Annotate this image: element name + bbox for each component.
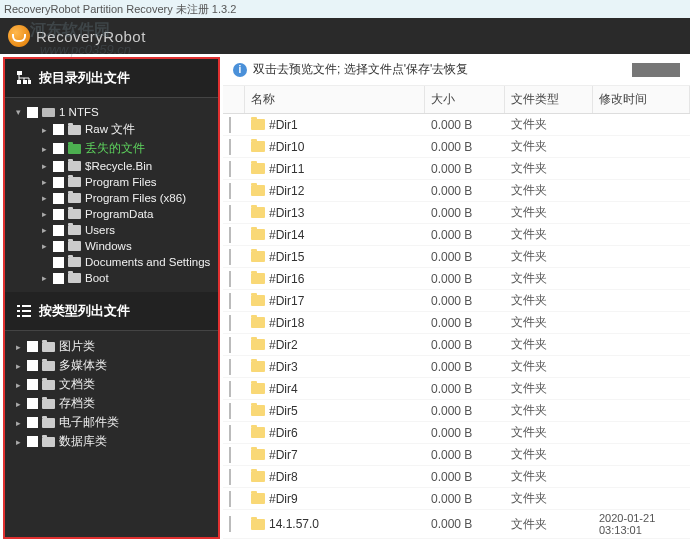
- expand-icon[interactable]: ▾: [13, 107, 23, 117]
- table-row[interactable]: #Dir180.000 B文件夹: [223, 312, 690, 334]
- expand-icon[interactable]: ▸: [39, 144, 49, 154]
- table-row[interactable]: #Dir150.000 B文件夹: [223, 246, 690, 268]
- table-row[interactable]: #Dir90.000 B文件夹: [223, 488, 690, 510]
- tree-item[interactable]: ▸Boot: [5, 270, 218, 286]
- tree-item[interactable]: ▸Program Files: [5, 174, 218, 190]
- table-row[interactable]: 14.1.57.00.000 B文件夹2020-01-21 03:13:01: [223, 510, 690, 539]
- expand-icon[interactable]: ▸: [13, 342, 23, 352]
- table-row[interactable]: #Dir170.000 B文件夹: [223, 290, 690, 312]
- checkbox[interactable]: [53, 257, 64, 268]
- tree-item[interactable]: ▾1 NTFS: [5, 104, 218, 120]
- cell-mtime: [593, 475, 690, 479]
- tree-item[interactable]: ▸Windows: [5, 238, 218, 254]
- type-item[interactable]: ▸存档类: [5, 394, 218, 413]
- header-name[interactable]: 名称: [245, 86, 425, 113]
- tree-item[interactable]: ▸ProgramData: [5, 206, 218, 222]
- table-row[interactable]: #Dir40.000 B文件夹: [223, 378, 690, 400]
- checkbox[interactable]: [27, 398, 38, 409]
- checkbox[interactable]: [53, 124, 64, 135]
- expand-icon[interactable]: ▸: [13, 380, 23, 390]
- expand-icon[interactable]: ▸: [39, 241, 49, 251]
- cell-size: 0.000 B: [425, 138, 505, 156]
- tree-item[interactable]: ▸丢失的文件: [5, 139, 218, 158]
- expand-icon[interactable]: ▸: [39, 125, 49, 135]
- checkbox[interactable]: [53, 241, 64, 252]
- row-checkbox[interactable]: [223, 515, 245, 533]
- row-checkbox[interactable]: [223, 248, 245, 266]
- type-item[interactable]: ▸电子邮件类: [5, 413, 218, 432]
- row-checkbox[interactable]: [223, 314, 245, 332]
- section-by-directory[interactable]: 按目录列出文件: [5, 59, 218, 98]
- row-checkbox[interactable]: [223, 116, 245, 134]
- table-row[interactable]: #Dir130.000 B文件夹: [223, 202, 690, 224]
- row-checkbox[interactable]: [223, 204, 245, 222]
- expand-icon[interactable]: ▸: [39, 161, 49, 171]
- tree-item[interactable]: Documents and Settings: [5, 254, 218, 270]
- type-item[interactable]: ▸文档类: [5, 375, 218, 394]
- row-checkbox[interactable]: [223, 380, 245, 398]
- info-close-button[interactable]: [632, 63, 680, 77]
- table-row[interactable]: #Dir160.000 B文件夹: [223, 268, 690, 290]
- header-size[interactable]: 大小: [425, 86, 505, 113]
- row-checkbox[interactable]: [223, 270, 245, 288]
- checkbox[interactable]: [27, 436, 38, 447]
- section-by-type[interactable]: 按类型列出文件: [5, 292, 218, 331]
- expand-icon[interactable]: ▸: [39, 193, 49, 203]
- expand-icon[interactable]: ▸: [13, 399, 23, 409]
- table-row[interactable]: #Dir20.000 B文件夹: [223, 334, 690, 356]
- checkbox[interactable]: [27, 417, 38, 428]
- header-mtime[interactable]: 修改时间: [593, 86, 690, 113]
- table-row[interactable]: #Dir30.000 B文件夹: [223, 356, 690, 378]
- row-checkbox[interactable]: [223, 160, 245, 178]
- row-checkbox[interactable]: [223, 490, 245, 508]
- table-row[interactable]: #Dir80.000 B文件夹: [223, 466, 690, 488]
- expand-icon[interactable]: ▸: [13, 418, 23, 428]
- tree-item[interactable]: ▸Users: [5, 222, 218, 238]
- expand-icon[interactable]: ▸: [39, 209, 49, 219]
- row-checkbox[interactable]: [223, 468, 245, 486]
- row-checkbox[interactable]: [223, 402, 245, 420]
- checkbox[interactable]: [53, 161, 64, 172]
- expand-icon[interactable]: ▸: [13, 437, 23, 447]
- type-item[interactable]: ▸多媒体类: [5, 356, 218, 375]
- row-checkbox[interactable]: [223, 446, 245, 464]
- checkbox[interactable]: [27, 107, 38, 118]
- row-checkbox[interactable]: [223, 182, 245, 200]
- tree-item[interactable]: ▸$Recycle.Bin: [5, 158, 218, 174]
- checkbox[interactable]: [53, 225, 64, 236]
- table-row[interactable]: #Dir50.000 B文件夹: [223, 400, 690, 422]
- expand-icon[interactable]: ▸: [39, 273, 49, 283]
- checkbox[interactable]: [53, 273, 64, 284]
- table-row[interactable]: #Dir10.000 B文件夹: [223, 114, 690, 136]
- tree-item[interactable]: ▸Program Files (x86): [5, 190, 218, 206]
- table-row[interactable]: #Dir60.000 B文件夹: [223, 422, 690, 444]
- row-checkbox[interactable]: [223, 424, 245, 442]
- checkbox[interactable]: [27, 360, 38, 371]
- type-item[interactable]: ▸数据库类: [5, 432, 218, 451]
- row-checkbox[interactable]: [223, 138, 245, 156]
- checkbox[interactable]: [53, 209, 64, 220]
- folder-icon: [251, 449, 265, 460]
- row-checkbox[interactable]: [223, 292, 245, 310]
- row-checkbox[interactable]: [223, 336, 245, 354]
- type-item[interactable]: ▸图片类: [5, 337, 218, 356]
- expand-icon[interactable]: ▸: [39, 225, 49, 235]
- expand-icon[interactable]: ▸: [39, 177, 49, 187]
- tree-item[interactable]: ▸Raw 文件: [5, 120, 218, 139]
- table-row[interactable]: #Dir140.000 B文件夹: [223, 224, 690, 246]
- row-checkbox[interactable]: [223, 226, 245, 244]
- expand-icon[interactable]: ▸: [13, 361, 23, 371]
- checkbox[interactable]: [53, 193, 64, 204]
- table-row[interactable]: #Dir70.000 B文件夹: [223, 444, 690, 466]
- header-checkbox[interactable]: [223, 86, 245, 113]
- table-row[interactable]: #Dir120.000 B文件夹: [223, 180, 690, 202]
- table-row[interactable]: #Dir110.000 B文件夹: [223, 158, 690, 180]
- checkbox[interactable]: [27, 379, 38, 390]
- header-type[interactable]: 文件类型: [505, 86, 593, 113]
- cell-type: 文件夹: [505, 312, 593, 333]
- checkbox[interactable]: [53, 177, 64, 188]
- checkbox[interactable]: [53, 143, 64, 154]
- checkbox[interactable]: [27, 341, 38, 352]
- table-row[interactable]: #Dir100.000 B文件夹: [223, 136, 690, 158]
- row-checkbox[interactable]: [223, 358, 245, 376]
